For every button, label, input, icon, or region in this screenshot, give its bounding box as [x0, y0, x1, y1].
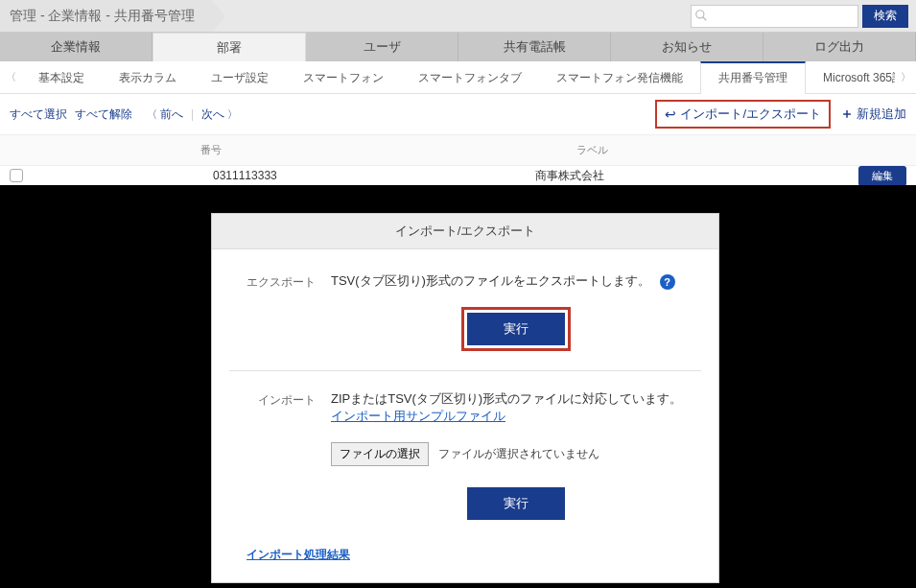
- import-sample-link[interactable]: インポート用サンプルファイル: [331, 409, 505, 423]
- reply-arrow-icon: ↩: [665, 106, 676, 122]
- subtab-basic-settings[interactable]: 基本設定: [21, 61, 102, 94]
- scroll-right-button[interactable]: 〉: [895, 61, 916, 94]
- tab-log-output[interactable]: ログ出力: [763, 33, 916, 61]
- import-export-dialog: インポート/エクスポート エクスポート TSV(タブ区切り)形式のファイルをエク…: [211, 213, 719, 583]
- scroll-left-button[interactable]: 〈: [0, 61, 21, 94]
- add-new-button[interactable]: ＋ 新規追加: [840, 106, 906, 123]
- tab-user[interactable]: ユーザ: [306, 33, 458, 61]
- subtab-smartphone-tab[interactable]: スマートフォンタブ: [401, 61, 539, 94]
- help-icon[interactable]: ?: [660, 274, 675, 290]
- import-execute-button[interactable]: 実行: [467, 487, 565, 520]
- chevron-right-icon: 〉: [901, 70, 911, 84]
- pager-prev-chevron-icon: 〈: [147, 107, 157, 122]
- tab-announcements[interactable]: お知らせ: [611, 33, 763, 61]
- file-choose-button[interactable]: ファイルの選択: [331, 442, 429, 466]
- pager-next[interactable]: 次へ: [201, 106, 224, 123]
- row-number-value: 0311113333: [31, 169, 425, 182]
- svg-line-1: [703, 16, 707, 20]
- table-header: 番号 ラベル: [0, 135, 916, 166]
- file-status-text: ファイルが選択されていません: [438, 447, 599, 460]
- pager-prev[interactable]: 前へ: [160, 106, 183, 123]
- search-button[interactable]: 検索: [862, 5, 908, 28]
- dialog-title: インポート/エクスポート: [212, 214, 718, 249]
- dialog-separator: [229, 370, 701, 371]
- row-label-value: 商事株式会社: [425, 168, 858, 184]
- pager-next-chevron-icon: 〉: [227, 107, 238, 122]
- primary-tabs: 企業情報 部署 ユーザ 共有電話帳 お知らせ ログ出力: [0, 33, 916, 61]
- tab-department[interactable]: 部署: [153, 33, 306, 61]
- header-bar: 管理 - 企業情報 - 共用番号管理 検索: [0, 0, 916, 33]
- import-section-label: インポート: [229, 390, 316, 520]
- search-icon: [694, 9, 708, 22]
- export-execute-button[interactable]: 実行: [467, 313, 565, 345]
- subtab-shared-number[interactable]: 共用番号管理: [700, 61, 806, 94]
- subtab-smartphone-call[interactable]: スマートフォン発信機能: [539, 61, 700, 94]
- row-checkbox[interactable]: [10, 169, 23, 182]
- tab-shared-phonebook[interactable]: 共有電話帳: [458, 33, 611, 61]
- search-input[interactable]: [691, 5, 858, 28]
- import-export-button[interactable]: ↩ インポート/エクスポート: [655, 100, 831, 129]
- svg-point-0: [696, 10, 704, 17]
- col-header-number: 番号: [10, 143, 413, 157]
- select-all-link[interactable]: すべて選択: [10, 106, 67, 123]
- edit-button[interactable]: 編集: [858, 166, 906, 185]
- subtab-user-settings[interactable]: ユーザ設定: [194, 61, 286, 94]
- deselect-all-link[interactable]: すべて解除: [75, 106, 132, 123]
- breadcrumb: 管理 - 企業情報 - 共用番号管理: [0, 0, 212, 32]
- subtab-display-columns[interactable]: 表示カラム: [102, 61, 194, 94]
- table-row: 0311113333 商事株式会社 編集: [0, 166, 916, 185]
- col-header-label: ラベル: [413, 143, 772, 157]
- export-description: TSV(タブ区切り)形式のファイルをエクスポートします。: [331, 273, 650, 288]
- import-result-link[interactable]: インポート処理結果: [247, 547, 350, 563]
- tab-company-info[interactable]: 企業情報: [0, 33, 153, 61]
- export-execute-highlight: 実行: [461, 307, 571, 351]
- import-description: ZIPまたはTSV(タブ区切り)形式のファイルに対応しています。: [331, 390, 701, 408]
- toolbar: すべて選択 すべて解除 〈 前へ | 次へ 〉 ↩ インポート/エクスポート ＋…: [0, 94, 916, 135]
- subtab-m365[interactable]: Microsoft 365設定: [806, 61, 895, 94]
- plus-icon: ＋: [840, 106, 854, 123]
- chevron-left-icon: 〈: [6, 70, 16, 84]
- subtab-smartphone[interactable]: スマートフォン: [286, 61, 401, 94]
- sub-tabs-row: 〈 基本設定 表示カラム ユーザ設定 スマートフォン スマートフォンタブ スマー…: [0, 61, 916, 94]
- export-section-label: エクスポート: [229, 272, 316, 351]
